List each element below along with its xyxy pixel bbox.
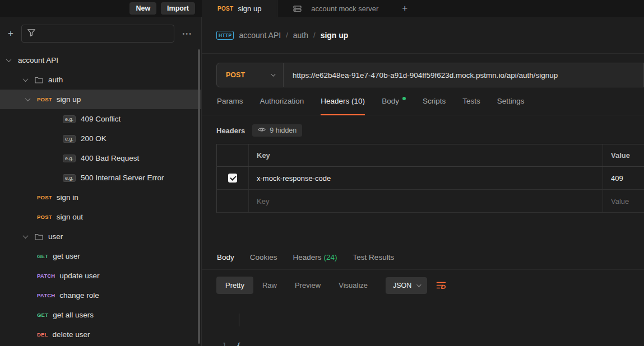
- view-pretty-button[interactable]: Pretty: [216, 277, 253, 294]
- sidebar-item-500-internal-server-error[interactable]: e.g. 500 Internal Server Error: [0, 168, 201, 188]
- top-tab-bar: New Import POST sign up account mock ser…: [0, 0, 644, 17]
- tab-response-headers[interactable]: Headers(24): [293, 253, 337, 261]
- tab-response-cookies[interactable]: Cookies: [250, 253, 277, 261]
- select-column: [217, 144, 248, 166]
- response-view-toolbar: Pretty Raw Preview Visualize JSON: [202, 270, 644, 297]
- add-collection-button[interactable]: +: [6, 28, 16, 39]
- tab-params[interactable]: Params: [217, 87, 243, 115]
- example-badge: e.g.: [63, 115, 76, 123]
- new-tab-button[interactable]: +: [394, 0, 415, 17]
- import-button[interactable]: Import: [161, 2, 195, 15]
- new-button[interactable]: New: [129, 2, 156, 15]
- tab-body[interactable]: Body: [382, 87, 406, 115]
- example-badge: e.g.: [63, 135, 76, 143]
- open-tabs: POST sign up account mock server +: [202, 0, 644, 17]
- breadcrumb-separator: /: [286, 31, 288, 39]
- tab-scripts[interactable]: Scripts: [423, 87, 446, 115]
- example-badge: e.g.: [63, 174, 76, 182]
- sidebar-scrollbar[interactable]: [198, 49, 200, 344]
- view-raw-button[interactable]: Raw: [253, 277, 286, 294]
- tab-headers[interactable]: Headers (10): [321, 87, 365, 115]
- method-badge: GET: [37, 312, 48, 318]
- header-key-input[interactable]: x-mock-response-code: [248, 167, 603, 189]
- chevron-down-icon[interactable]: [23, 233, 29, 239]
- sidebar-item-400-bad-request[interactable]: e.g. 400 Bad Request: [0, 148, 201, 168]
- request-pane: HTTP account API / auth / sign up POST h…: [202, 17, 644, 346]
- sidebar-item-get-user[interactable]: GET get user: [0, 246, 201, 266]
- sidebar-item-200-ok[interactable]: e.g. 200 OK: [0, 129, 201, 148]
- format-select-value: JSON: [393, 282, 411, 289]
- tab-label: Headers: [293, 253, 322, 261]
- sidebar-item-sign-up[interactable]: POST sign up: [0, 90, 201, 109]
- sidebar-item-update-user[interactable]: PATCH update user: [0, 266, 201, 286]
- method-badge: GET: [37, 253, 48, 259]
- chevron-down-icon: [271, 72, 275, 76]
- tab-tests[interactable]: Tests: [462, 87, 480, 115]
- row-select-cell: [217, 190, 248, 212]
- request-label: get all users: [53, 311, 94, 319]
- headers-table: Key Value x-mock-response-code 409 Key V…: [216, 144, 644, 213]
- method-badge: POST: [37, 214, 52, 220]
- key-column-header: Key: [248, 144, 603, 166]
- sidebar-item-get-all-users[interactable]: GET get all users: [0, 305, 201, 325]
- request-tabs: Params Authorization Headers (10) Body S…: [202, 87, 644, 115]
- method-select[interactable]: POST: [216, 63, 284, 87]
- tab-label: Headers (10): [321, 97, 365, 105]
- hidden-headers-label: 9 hidden: [270, 127, 296, 134]
- tab-title: account mock server: [311, 4, 378, 13]
- tab-authorization[interactable]: Authorization: [260, 87, 304, 115]
- header-key-input[interactable]: Key: [248, 190, 603, 212]
- chevron-down-icon[interactable]: [23, 76, 29, 82]
- view-preview-button[interactable]: Preview: [286, 277, 330, 294]
- request-label: sign in: [57, 193, 78, 202]
- collections-sidebar: + ••• account API: [0, 17, 202, 346]
- chevron-down-icon[interactable]: [6, 57, 12, 62]
- sidebar-item-user[interactable]: user: [0, 227, 201, 246]
- tab-account-mock-server[interactable]: account mock server: [277, 0, 394, 17]
- search-input[interactable]: [21, 25, 174, 43]
- folder-icon: [35, 77, 43, 83]
- tab-label: Authorization: [260, 97, 304, 105]
- example-label: 400 Bad Request: [81, 154, 139, 162]
- indent-guide: [239, 314, 239, 326]
- sidebar-item-auth[interactable]: auth: [0, 70, 201, 90]
- breadcrumb-separator: /: [313, 31, 316, 39]
- postman-app-window: New Import POST sign up account mock ser…: [0, 0, 644, 346]
- tab-test-results[interactable]: Test Results: [353, 253, 395, 261]
- tab-response-body[interactable]: Body: [217, 253, 234, 261]
- wrap-lines-toggle[interactable]: [436, 281, 446, 289]
- header-row-empty: Key Value: [217, 190, 644, 213]
- eye-icon: [258, 127, 266, 134]
- more-options-icon[interactable]: •••: [180, 30, 194, 37]
- hidden-headers-toggle[interactable]: 9 hidden: [252, 124, 302, 137]
- sidebar-item-sign-in[interactable]: POST sign in: [0, 188, 201, 207]
- sidebar-item-account-api[interactable]: account API: [0, 50, 201, 70]
- sidebar-item-409-conflict[interactable]: e.g. 409 Conflict: [0, 109, 201, 129]
- breadcrumb-folder[interactable]: auth: [293, 31, 308, 40]
- view-visualize-button[interactable]: Visualize: [330, 277, 377, 294]
- header-value-input[interactable]: Value: [603, 190, 644, 212]
- headers-table-header: Key Value: [217, 144, 644, 167]
- sidebar-item-delete-user[interactable]: DEL delete user: [0, 325, 201, 344]
- code-token: {: [237, 339, 241, 346]
- header-enabled-checkbox[interactable]: [228, 174, 237, 183]
- tab-settings[interactable]: Settings: [497, 87, 525, 115]
- collection-tree: account API auth POST sign up e.g. 409 C…: [0, 50, 201, 344]
- url-input[interactable]: https://e62b48ea-91e7-470b-a91d-904ff59f…: [284, 63, 644, 87]
- format-select[interactable]: JSON: [386, 277, 427, 294]
- request-label: sign up: [57, 95, 81, 104]
- request-label: update user: [59, 272, 99, 280]
- chevron-down-icon[interactable]: [25, 96, 31, 101]
- folder-icon: [35, 233, 43, 240]
- breadcrumb-collection[interactable]: account API: [239, 31, 281, 40]
- breadcrumb-request-name[interactable]: sign up: [321, 31, 349, 40]
- sidebar-item-sign-out[interactable]: POST sign out: [0, 207, 201, 227]
- filter-icon: [27, 29, 35, 39]
- tab-sign-up-request[interactable]: POST sign up: [202, 0, 277, 17]
- body-content-dot: [402, 97, 406, 100]
- header-value-input[interactable]: 409: [603, 167, 644, 189]
- response-body-editor[interactable]: 1{ 2 "message": "User already exists: cn…: [202, 297, 644, 346]
- sidebar-item-change-role[interactable]: PATCH change role: [0, 286, 201, 305]
- tab-label: Params: [217, 97, 243, 105]
- headers-count: (24): [324, 253, 337, 261]
